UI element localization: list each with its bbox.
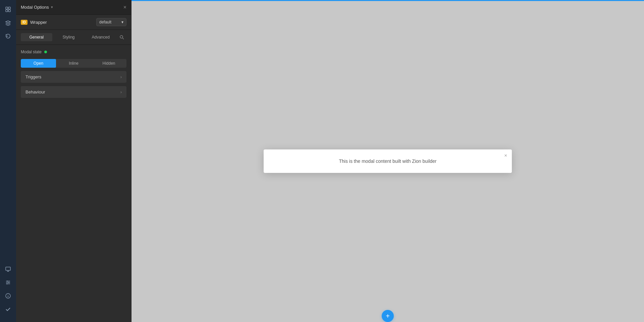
add-element-button[interactable]: +: [382, 310, 394, 322]
accordion-triggers-label: Triggers: [25, 74, 41, 79]
accordion-triggers[interactable]: Triggers ›: [21, 71, 126, 83]
tabs-row: General Styling Advanced: [16, 30, 131, 45]
state-open-button[interactable]: Open: [21, 59, 56, 68]
tab-styling[interactable]: Styling: [53, 33, 85, 41]
layers-icon[interactable]: [3, 17, 13, 28]
accordion-triggers-chevron: ›: [120, 75, 122, 79]
accordion-triggers-header[interactable]: Triggers ›: [21, 71, 126, 83]
wrapper-row: ID Wrapper default ▾: [16, 15, 131, 30]
svg-rect-3: [8, 10, 10, 12]
accordion-behaviour-chevron: ›: [120, 90, 122, 94]
panel-title[interactable]: Modal Options ▾: [21, 5, 53, 10]
top-accent-bar: [131, 0, 644, 1]
svg-point-8: [7, 281, 8, 282]
panel-close-button[interactable]: ×: [123, 5, 126, 10]
modal-state-dot: [44, 51, 47, 53]
tab-advanced[interactable]: Advanced: [85, 33, 116, 41]
wrapper-badge: ID: [21, 20, 28, 25]
wrapper-select-value: default: [99, 20, 111, 24]
svg-rect-0: [6, 7, 8, 9]
svg-point-9: [8, 282, 9, 283]
wrapper-select-chevron: ▾: [121, 20, 123, 24]
svg-line-15: [123, 38, 124, 40]
add-element-icon: +: [386, 312, 390, 320]
svg-point-10: [7, 283, 8, 284]
sliders-icon[interactable]: [3, 277, 13, 288]
monitor-icon[interactable]: [3, 264, 13, 274]
modal-popup-text: This is the modal content built with Zio…: [339, 158, 436, 164]
tab-general[interactable]: General: [21, 33, 52, 41]
panel-content: Modal state Open Inline Hidden Triggers …: [16, 45, 131, 322]
info-icon[interactable]: [3, 291, 13, 301]
options-panel: Modal Options ▾ × ID Wrapper default ▾ G…: [16, 0, 131, 322]
modal-popup: × This is the modal content built with Z…: [264, 149, 512, 173]
grid-icon[interactable]: [3, 4, 13, 15]
modal-popup-close-button[interactable]: ×: [504, 153, 507, 158]
modal-state-label: Modal state: [21, 50, 42, 54]
state-hidden-button[interactable]: Hidden: [91, 59, 126, 68]
svg-rect-1: [8, 7, 10, 9]
wrapper-label: Wrapper: [30, 20, 94, 25]
icon-sidebar: [0, 0, 16, 322]
main-canvas: × This is the modal content built with Z…: [131, 0, 644, 322]
search-icon[interactable]: [117, 33, 126, 42]
history-icon[interactable]: [3, 31, 13, 42]
wrapper-select[interactable]: default ▾: [96, 18, 126, 26]
modal-state-row: Modal state: [21, 50, 126, 54]
state-inline-button[interactable]: Inline: [56, 59, 91, 68]
state-toggle-group: Open Inline Hidden: [21, 59, 126, 68]
svg-point-13: [8, 295, 8, 295]
accordion-behaviour[interactable]: Behaviour ›: [21, 86, 126, 98]
panel-title-text: Modal Options: [21, 5, 49, 10]
svg-rect-4: [6, 267, 10, 270]
check-icon[interactable]: [3, 304, 13, 315]
accordion-behaviour-label: Behaviour: [25, 89, 45, 94]
svg-rect-2: [6, 10, 8, 12]
svg-point-14: [120, 36, 123, 38]
panel-header: Modal Options ▾ ×: [16, 0, 131, 15]
panel-title-chevron: ▾: [51, 5, 53, 9]
accordion-behaviour-header[interactable]: Behaviour ›: [21, 86, 126, 98]
